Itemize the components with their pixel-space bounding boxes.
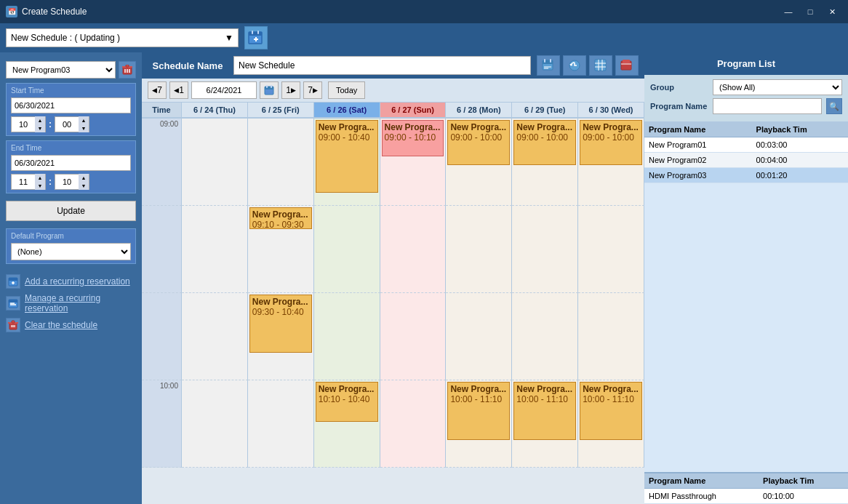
cell-thu-mid2[interactable] [182,293,248,380]
cell-thu-0900[interactable] [182,119,248,206]
cell-sun-1000[interactable] [380,380,447,468]
start-minute-down[interactable]: ▼ [79,124,89,132]
program-name-col-header: Program Name [644,122,752,137]
cell-sat-mid1[interactable] [314,206,380,293]
program-row-selected[interactable]: New Program03 00:01:20 [644,168,848,183]
minimize-button[interactable]: — [778,4,799,19]
schedule-block-mon-0900[interactable]: New Progra... 09:00 - 10:00 [447,120,510,165]
close-button[interactable]: ✕ [822,4,842,19]
program-dropdown[interactable]: New Program01 New Program02 New Program0… [6,61,116,79]
cell-sat-1000[interactable]: New Progra... 10:10 - 10:40 [314,380,380,468]
next-week-button[interactable]: 7▶ [303,81,322,99]
schedule-icon-3[interactable] [589,55,612,76]
start-time-colon: : [49,119,52,129]
cell-wed-1000[interactable]: New Progra... 10:00 - 11:10 [578,380,644,468]
cell-tue-0900[interactable]: New Progra... 09:00 - 10:00 [512,119,578,206]
search-program-button[interactable]: 🔍 [826,98,842,114]
start-minute-up[interactable]: ▲ [79,116,89,124]
right-panel: Program List Group (Show All) Program Na… [644,52,848,504]
schedule-block-sun-0900[interactable]: New Progra... 09:00 - 10:10 [382,120,444,156]
main-container: New Program01 New Program02 New Program0… [0,52,848,504]
end-hour-up[interactable]: ▲ [35,174,45,182]
cell-thu-1000[interactable] [182,380,248,468]
clear-schedule-link[interactable]: Clear the schedule [6,318,136,332]
cell-wed-mid1[interactable] [578,206,644,293]
schedule-name-header: Schedule Name [142,52,644,79]
manage-recurring-link[interactable]: Manage a recurring reservation [6,293,136,313]
start-hour-spinbox[interactable]: ▲ ▼ [11,116,46,132]
schedule-block-fri-0930[interactable]: New Progra... 09:30 - 10:40 [249,295,312,353]
cell-fri-0900[interactable] [248,119,314,206]
start-minute-input[interactable] [55,117,79,132]
svg-rect-1 [249,32,262,36]
cell-wed-0900[interactable]: New Progra... 09:00 - 10:00 [578,119,644,206]
schedule-name-input[interactable] [233,56,531,75]
schedule-block-wed-1000[interactable]: New Progra... 10:00 - 11:10 [580,382,642,440]
maximize-button[interactable]: □ [800,4,820,19]
prev-day-button[interactable]: ◀1 [169,81,188,99]
schedule-block-tue-1000[interactable]: New Progra... 10:00 - 11:10 [513,382,576,440]
start-hour-up[interactable]: ▲ [35,116,45,124]
schedule-icon-2[interactable] [563,55,586,76]
start-minute-spinbox[interactable]: ▲ ▼ [55,116,89,132]
calendar-add-button[interactable] [244,26,268,49]
cell-mon-mid2[interactable] [446,293,512,380]
center-panel: Schedule Name [142,52,644,504]
cell-tue-mid1[interactable] [512,206,578,293]
schedule-block-sat-0900[interactable]: New Progra... 09:00 - 10:40 [316,120,378,193]
next-day-button[interactable]: 1▶ [281,81,300,99]
program-row[interactable]: New Program01 00:03:00 [644,137,848,153]
cell-mon-mid1[interactable] [446,206,512,293]
delete-program-button[interactable] [119,61,136,79]
schedule-icon-1[interactable] [537,55,560,76]
default-program-label: Default Program [11,232,131,240]
end-hour-down[interactable]: ▼ [35,182,45,190]
svg-rect-29 [550,59,551,63]
schedule-dropdown[interactable]: New Schedule : ( Updating ) ▼ [6,28,239,47]
default-program-dropdown[interactable]: (None) [11,243,131,260]
schedule-icon-4[interactable] [615,55,639,76]
calendar-date-input[interactable] [191,81,257,99]
update-button[interactable]: Update [6,201,136,221]
program-select-row: New Program01 New Program02 New Program0… [6,61,136,79]
program-row[interactable]: New Program02 00:04:00 [644,153,848,168]
schedule-block-tue-0900[interactable]: New Progra... 09:00 - 10:00 [513,120,576,165]
cell-sun-0900[interactable]: New Progra... 09:00 - 10:10 [380,119,447,206]
cell-sun-mid1[interactable] [380,206,447,293]
group-filter-select[interactable]: (Show All) [713,79,842,95]
schedule-block-sat-1010[interactable]: New Progra... 10:10 - 10:40 [316,382,378,422]
end-minute-input[interactable] [55,175,79,189]
bottom-program-row[interactable]: HDMI Passthrough 00:10:00 [644,489,848,504]
schedule-block-fri-0910[interactable]: New Progra... 09:10 - 09:30 [249,207,312,229]
end-hour-spinbox[interactable]: ▲ ▼ [11,174,46,190]
start-hour-input[interactable] [12,117,35,132]
cell-tue-mid2[interactable] [512,293,578,380]
prev-week-button[interactable]: ◀7 [148,81,167,99]
cell-thu-mid1[interactable] [182,206,248,293]
cell-sun-mid2[interactable] [380,293,447,380]
start-date-input[interactable] [11,97,131,113]
end-minute-spinbox[interactable]: ▲ ▼ [55,174,89,190]
cell-mon-0900[interactable]: New Progra... 09:00 - 10:00 [446,119,512,206]
cell-fri-mid2[interactable]: New Progra... 09:30 - 10:40 [248,293,314,380]
end-minute-up[interactable]: ▲ [79,174,89,182]
start-hour-down[interactable]: ▼ [35,124,45,132]
cell-fri-mid1[interactable]: New Progra... 09:10 - 09:30 [248,206,314,293]
cell-sat-0900[interactable]: New Progra... 09:00 - 10:40 [314,119,380,206]
add-recurring-link[interactable]: Add a recurring reservation [6,274,136,289]
today-button[interactable]: Today [328,81,365,99]
cell-tue-1000[interactable]: New Progra... 10:00 - 11:10 [512,380,578,468]
program-name-filter-input[interactable] [713,98,822,114]
title-bar-left: 📅 Create Schedule [6,6,87,17]
cell-sat-mid2[interactable] [314,293,380,380]
end-minute-down[interactable]: ▼ [79,182,89,190]
cal-icon-button[interactable] [260,81,279,99]
schedule-block-wed-0900[interactable]: New Progra... 09:00 - 10:00 [580,120,642,165]
schedule-block-mon-1000[interactable]: New Progra... 10:00 - 11:10 [447,382,510,440]
end-date-input[interactable] [11,155,131,171]
col-header-tue: 6 / 29 (Tue) [512,103,578,117]
cell-fri-1000[interactable] [248,380,314,468]
cell-wed-mid2[interactable] [578,293,644,380]
cell-mon-1000[interactable]: New Progra... 10:00 - 11:10 [446,380,512,468]
end-hour-input[interactable] [12,175,35,189]
